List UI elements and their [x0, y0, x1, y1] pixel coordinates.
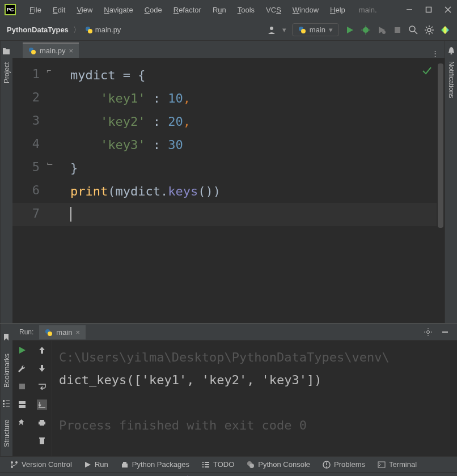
menu-window[interactable]: Window [288, 3, 323, 16]
menu-run[interactable]: Run [208, 3, 231, 16]
menu-tools[interactable]: Tools [233, 3, 259, 16]
print-icon[interactable] [37, 418, 47, 428]
left-tool-stripe: Project [0, 41, 12, 323]
breadcrumb-file[interactable]: main.py [95, 26, 121, 34]
structure-tool-button[interactable]: Structure [2, 416, 12, 450]
up-arrow-icon[interactable] [37, 345, 47, 355]
run-config-selector[interactable]: main ▾ [292, 23, 339, 36]
editor-tab-label: main.py [40, 46, 66, 55]
problems-button[interactable]: Problems [323, 460, 365, 469]
status-bar: tabnine 7:1 CRLF UTF-8 4 spaces Python 3… [0, 472, 457, 476]
python-icon [247, 461, 255, 469]
todo-button[interactable]: TODO [202, 460, 234, 469]
stop-button[interactable] [17, 381, 27, 392]
notifications-tool-button[interactable]: Notifications [446, 58, 456, 101]
minimize-panel-icon[interactable] [440, 327, 450, 337]
project-tool-button[interactable]: Project [2, 59, 12, 87]
menu-code[interactable]: Code [140, 3, 167, 16]
editor: main.py × ⋮ 1 2 3 4 5 6 7 ⌐ ⌙ mydict = { [12, 41, 445, 323]
svg-point-74 [326, 466, 327, 468]
python-file-icon [85, 26, 93, 34]
scroll-to-end-icon[interactable] [37, 400, 47, 410]
chevron-down-icon[interactable]: ▾ [282, 26, 286, 34]
fold-end-icon[interactable]: ⌙ [46, 159, 53, 168]
svg-point-43 [427, 330, 430, 333]
svg-point-42 [48, 332, 52, 336]
breadcrumb[interactable]: PythonDataTypes 〉 main.py [7, 25, 121, 35]
down-arrow-icon[interactable] [37, 363, 47, 373]
bookmark-icon[interactable] [4, 333, 10, 341]
close-tab-icon[interactable]: × [69, 46, 74, 55]
maximize-button[interactable] [424, 5, 433, 14]
close-button[interactable] [443, 5, 452, 14]
project-icon[interactable] [3, 48, 11, 56]
structure-icon[interactable] [3, 400, 10, 407]
layout-icon[interactable] [17, 400, 27, 410]
menu-vcs[interactable]: VCS [261, 3, 286, 16]
console-output[interactable]: C:\Users\yilma\Desktop\PythonDataTypes\v… [52, 341, 457, 456]
menu-help[interactable]: Help [325, 3, 350, 16]
editor-tab-main[interactable]: main.py × [23, 42, 79, 58]
python-file-icon [45, 329, 53, 337]
close-icon[interactable]: × [76, 328, 81, 337]
more-tabs-icon[interactable]: ⋮ [431, 49, 439, 58]
code-area[interactable]: mydict = { 'key1' : 10, 'key2' : 20, 'ke… [70, 58, 445, 323]
version-control-button[interactable]: Version Control [10, 460, 72, 469]
python-file-icon [298, 26, 306, 34]
menu-refactor[interactable]: Refactor [169, 3, 206, 16]
svg-line-25 [426, 27, 427, 28]
svg-rect-17 [395, 27, 400, 33]
menu-view[interactable]: View [72, 3, 97, 16]
search-icon[interactable] [408, 25, 418, 35]
svg-marker-61 [85, 462, 91, 468]
menu-edit[interactable]: Edit [48, 3, 70, 16]
svg-line-26 [431, 32, 433, 33]
bookmarks-tool-button[interactable]: Bookmarks [2, 350, 12, 391]
trash-icon[interactable] [37, 436, 47, 446]
gutter-fold-marks[interactable]: ⌐ ⌙ [45, 58, 70, 323]
run-with-coverage-button[interactable] [376, 25, 387, 35]
pycharm-logo: PC [5, 4, 16, 15]
settings-icon[interactable] [423, 327, 433, 337]
run-button[interactable] [345, 25, 355, 35]
branch-icon [10, 461, 18, 469]
window-title: main. [359, 6, 377, 14]
debug-button[interactable] [361, 25, 371, 35]
console-stdout: dict_keys(['key1', 'key2', 'key3']) [59, 369, 450, 392]
run-tool-button[interactable]: Run [84, 460, 108, 469]
jetbrains-icon[interactable] [440, 25, 450, 35]
minimize-button[interactable] [405, 5, 414, 14]
breadcrumb-sep: 〉 [73, 25, 81, 35]
svg-point-71 [249, 464, 254, 468]
svg-rect-75 [378, 462, 385, 468]
bell-icon[interactable] [447, 46, 455, 54]
user-icon[interactable] [266, 25, 277, 35]
svg-point-59 [11, 466, 13, 468]
stop-button[interactable] [392, 25, 403, 35]
svg-point-58 [11, 461, 13, 464]
run-panel: Structure Bookmarks Run: main × [0, 323, 457, 456]
svg-rect-52 [19, 405, 26, 408]
terminal-button[interactable]: Terminal [378, 460, 417, 469]
run-tab-main[interactable]: main × [39, 325, 86, 339]
soft-wrap-icon[interactable] [37, 381, 47, 392]
python-console-button[interactable]: Python Console [247, 460, 310, 469]
rerun-button[interactable] [17, 345, 27, 355]
svg-point-33 [31, 50, 36, 54]
menu-file[interactable]: File [25, 3, 46, 16]
settings-icon[interactable] [424, 25, 434, 35]
tool-window-toggle-icon[interactable] [6, 474, 16, 477]
lock-icon[interactable] [441, 474, 451, 477]
fold-start-icon[interactable]: ⌐ [46, 66, 51, 75]
wrench-icon[interactable] [17, 363, 27, 373]
svg-line-27 [431, 27, 433, 28]
line-numbers: 1 2 3 4 5 6 7 [12, 58, 45, 323]
packages-button[interactable]: Python Packages [121, 460, 189, 469]
warning-icon [323, 461, 331, 469]
menu-navigate[interactable]: Navigate [99, 3, 137, 16]
breadcrumb-project[interactable]: PythonDataTypes [7, 26, 69, 34]
pin-icon[interactable] [17, 418, 27, 428]
title-bar: PC File Edit View Navigate Code Refactor… [0, 0, 457, 19]
editor-body[interactable]: 1 2 3 4 5 6 7 ⌐ ⌙ mydict = { 'key1' : 10… [12, 58, 445, 323]
svg-point-16 [382, 31, 386, 34]
